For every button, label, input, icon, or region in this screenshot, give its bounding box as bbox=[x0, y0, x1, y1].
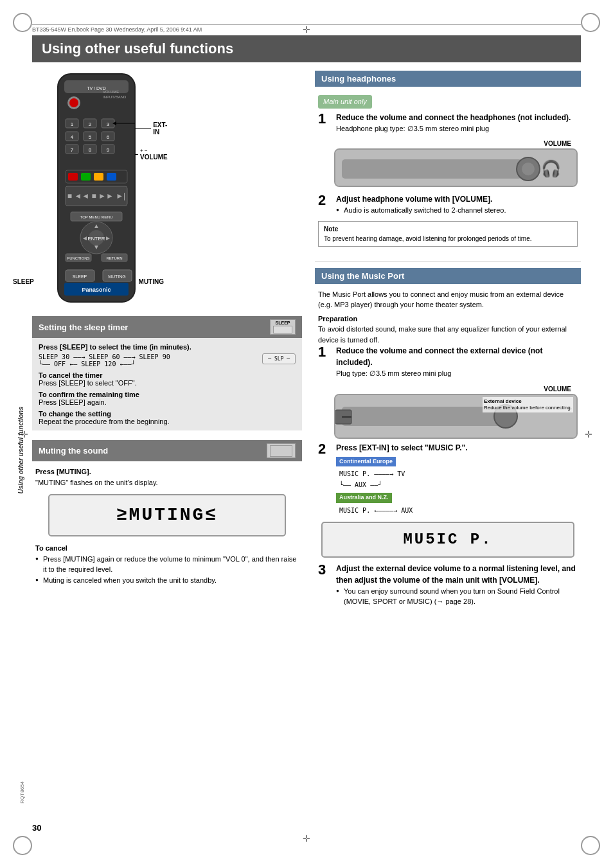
headphones-content: Main unit only 1 Reduce the volume and c… bbox=[315, 87, 581, 256]
music-port-content: The Music Port allows you to connect and… bbox=[315, 284, 581, 617]
music-step2: 2 Press [EXT-IN] to select "MUSIC P.". C… bbox=[318, 442, 578, 517]
svg-text:4: 4 bbox=[71, 134, 74, 140]
rqt-code: RQT8654 bbox=[19, 781, 25, 804]
muting-content: Press [MUTING]. "MUTING" flashes on the … bbox=[32, 461, 302, 590]
left-column: TV / DVD VOLUME INPUT/BAND 1 2 3 4 5 bbox=[32, 64, 302, 836]
sleep-diagram-area: SLEEP 30 ——→ SLEEP 60 ——→ SLEEP 90 └—— O… bbox=[39, 353, 296, 368]
muting-header: Muting the sound bbox=[32, 440, 302, 461]
svg-text:■ ◄◄ ■ ►► ►|: ■ ◄◄ ■ ►► ►| bbox=[67, 191, 125, 200]
svg-text:RETURN: RETURN bbox=[107, 256, 123, 260]
sleep-timer-title: Setting the sleep timer bbox=[39, 323, 128, 332]
svg-point-55 bbox=[522, 163, 535, 175]
muting-label: MUTING bbox=[139, 278, 164, 285]
svg-text:1: 1 bbox=[71, 121, 74, 127]
svg-text:6: 6 bbox=[107, 134, 110, 140]
svg-rect-51 bbox=[107, 173, 116, 181]
region-australia-label: Australia and N.Z. bbox=[336, 493, 392, 503]
svg-text:▲: ▲ bbox=[93, 222, 100, 229]
change-setting-section: To change the setting Repeat the procedu… bbox=[39, 410, 296, 425]
page-title: Using other useful functions bbox=[32, 35, 581, 62]
svg-point-4 bbox=[69, 98, 78, 107]
headphones-step2: 2 Adjust headphone volume with [VOLUME].… bbox=[318, 193, 578, 216]
svg-text:TOP MENU  MENU: TOP MENU MENU bbox=[80, 215, 113, 219]
prep-heading: Preparation bbox=[318, 314, 578, 324]
music-step3: 3 Adjust the external device volume to a… bbox=[318, 563, 578, 607]
svg-rect-48 bbox=[68, 173, 78, 181]
svg-text:7: 7 bbox=[71, 147, 74, 153]
svg-rect-53 bbox=[342, 159, 522, 179]
svg-text:🎧: 🎧 bbox=[541, 159, 562, 179]
headphones-note: Note To prevent hearing damage, avoid li… bbox=[318, 221, 578, 247]
muting-step1-title: Press [MUTING]. bbox=[35, 468, 91, 475]
confirm-remaining-section: To confirm the remaining time Press [SLE… bbox=[39, 391, 296, 406]
prep-text: To avoid distorted sound, make sure that… bbox=[318, 324, 578, 345]
svg-text:►: ► bbox=[105, 235, 111, 242]
headphones-header: Using headphones bbox=[315, 71, 581, 87]
svg-text:5: 5 bbox=[89, 134, 92, 140]
muting-button-label bbox=[267, 443, 296, 458]
corner-mark-tr bbox=[581, 13, 600, 32]
divider1 bbox=[315, 261, 581, 261]
headphones-step1: 1 Reduce the volume and connect the head… bbox=[318, 112, 578, 134]
music-port-header: Using the Music Port bbox=[315, 268, 581, 284]
svg-rect-50 bbox=[94, 173, 103, 181]
sleep-timer-content: Press [SLEEP] to select the time (in min… bbox=[32, 338, 302, 430]
volume-line: + − VOLUME bbox=[135, 148, 168, 161]
svg-text:MUTING: MUTING bbox=[108, 274, 126, 279]
sleep-button-label: SLEEP bbox=[270, 319, 296, 335]
muting-title: Muting the sound bbox=[39, 446, 108, 456]
music-port-diagram: VOLUME External device Reduce the volume… bbox=[334, 384, 578, 439]
svg-text:◄: ◄ bbox=[82, 235, 88, 242]
muting-cancel-item: Muting is canceled when you switch the u… bbox=[43, 575, 299, 586]
corner-mark-bl bbox=[13, 836, 32, 855]
sleep-button-visual: ─ SLP ─ bbox=[262, 353, 296, 364]
svg-text:Panasonic: Panasonic bbox=[82, 287, 111, 293]
svg-text:8: 8 bbox=[89, 147, 92, 153]
ext-in-label: EXT-IN bbox=[153, 121, 170, 136]
corner-mark-tl bbox=[13, 13, 32, 32]
svg-text:INPUT/BAND: INPUT/BAND bbox=[103, 95, 127, 99]
crosshair-right: ✛ bbox=[583, 429, 594, 439]
svg-rect-49 bbox=[81, 173, 91, 181]
svg-text:FUNCTIONS: FUNCTIONS bbox=[67, 256, 90, 260]
crosshair-bottom: ✛ bbox=[301, 833, 312, 844]
music-port-intro: The Music Port allows you to connect and… bbox=[318, 289, 578, 310]
svg-text:SLEEP: SLEEP bbox=[73, 274, 87, 279]
headphone-visual-svg: 🎧 bbox=[335, 150, 576, 187]
svg-text:VOLUME: VOLUME bbox=[103, 90, 119, 94]
main-unit-tag: Main unit only bbox=[318, 95, 372, 109]
svg-text:▼: ▼ bbox=[93, 244, 100, 251]
muting-cancel-section: To cancel bbox=[35, 543, 299, 554]
region-continental-label: Continental Europe bbox=[336, 457, 396, 467]
ext-device-label: External device Reduce the volume before… bbox=[483, 397, 573, 413]
volume-label: + − VOLUME bbox=[140, 148, 168, 161]
sidebar-vertical-text: Using other useful functions bbox=[14, 64, 27, 836]
muting-cancel-item: Press [MUTING] again or reduce the volum… bbox=[43, 554, 299, 575]
music-step1: 1 Reduce the volume and connect the exte… bbox=[318, 345, 578, 379]
headphone-diagram: VOLUME 🎧 bbox=[334, 139, 578, 187]
sleep-label: SLEEP bbox=[13, 278, 34, 285]
remote-image: TV / DVD VOLUME INPUT/BAND 1 2 3 4 5 bbox=[32, 71, 161, 310]
svg-text:3: 3 bbox=[107, 121, 110, 127]
region2-area: Australia and N.Z. MUSIC P. ←————→ AUX bbox=[336, 492, 578, 515]
sleep-timer-header: Setting the sleep timer SLEEP bbox=[32, 316, 302, 338]
file-info: BT335-545W En.book Page 30 Wednesday, Ap… bbox=[32, 24, 581, 33]
cancel-timer-section: To cancel the timer Press [SLEEP] to sel… bbox=[39, 371, 296, 387]
remote-svg: TV / DVD VOLUME INPUT/BAND 1 2 3 4 5 bbox=[32, 71, 161, 308]
corner-mark-br bbox=[581, 836, 600, 855]
music-display: MU5IC P. bbox=[321, 522, 574, 558]
remote-area: TV / DVD VOLUME INPUT/BAND 1 2 3 4 5 bbox=[32, 71, 302, 310]
region1-area: Continental Europe MUSIC P. ————→ TV └——… bbox=[336, 456, 578, 490]
muting-step1-text: "MUTING" flashes on the unit's display. bbox=[35, 479, 158, 486]
svg-rect-58 bbox=[342, 407, 502, 426]
svg-text:ENTER: ENTER bbox=[87, 236, 105, 242]
svg-text:2: 2 bbox=[89, 121, 92, 127]
ext-in-line: EXT-IN bbox=[135, 121, 170, 136]
svg-text:9: 9 bbox=[107, 147, 110, 153]
right-column: Using headphones Main unit only 1 Reduce… bbox=[315, 64, 581, 836]
muting-display: ≥MUTING≤ bbox=[48, 494, 286, 536]
sleep-diagram: SLEEP 30 ——→ SLEEP 60 ——→ SLEEP 90 └—— O… bbox=[39, 353, 256, 368]
sleep-step1-title: Press [SLEEP] to select the time (in min… bbox=[39, 343, 191, 351]
muting-cancel-items: Press [MUTING] again or reduce the volum… bbox=[35, 554, 299, 586]
